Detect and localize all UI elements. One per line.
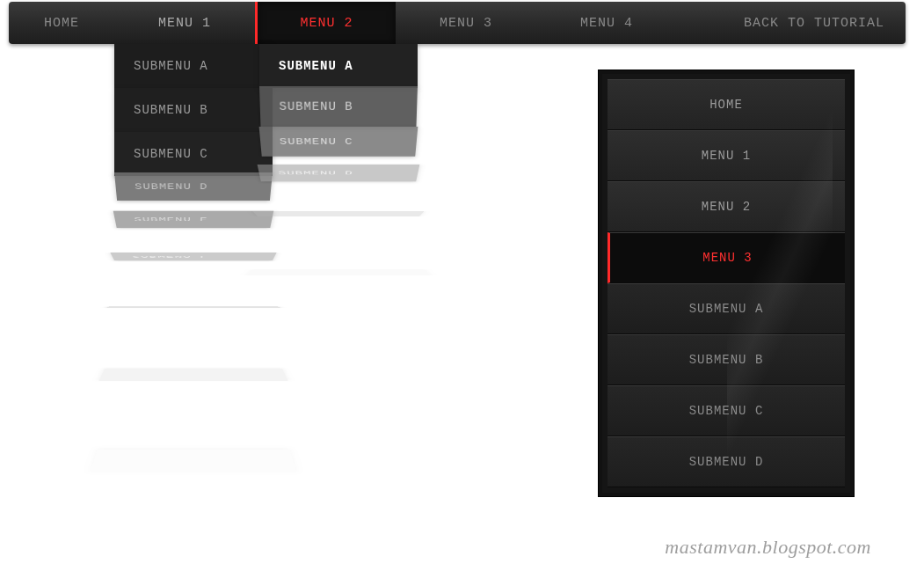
submenu-item[interactable]: SUBMENU A	[114, 44, 273, 88]
nav-menu-1[interactable]: MENU 1 SUBMENU A SUBMENU B SUBMENU C SUB…	[114, 2, 255, 44]
submenu-item[interactable]: SUBMENU B	[259, 86, 418, 127]
submenu-item-hover[interactable]: SUBMENU A	[259, 44, 418, 88]
submenu-item[interactable]: SUBMENU B	[114, 88, 273, 132]
nav-menu-1-label: MENU 1	[158, 16, 211, 31]
submenu-item[interactable]: SUBMENU C	[114, 132, 273, 176]
submenu-item-folded	[246, 270, 431, 275]
dropdown-menu-2: SUBMENU A SUBMENU B SUBMENU C SUBMENU D	[259, 44, 418, 306]
mobile-submenu-item[interactable]: SUBMENU C	[608, 385, 845, 436]
submenu-item-folded	[105, 306, 281, 308]
mobile-nav-menu-3[interactable]: MENU 3	[608, 232, 845, 283]
submenu-item[interactable]: SUBMENU D	[258, 165, 420, 182]
submenu-item[interactable]: SUBMENU E	[113, 211, 274, 228]
submenu-item[interactable]: SUBMENU C	[259, 127, 418, 157]
mobile-submenu-item[interactable]: SUBMENU A	[608, 283, 845, 334]
submenu-item-folded	[98, 369, 287, 381]
submenu-item[interactable]: SUBMENU D	[114, 172, 273, 201]
mobile-submenu-item[interactable]: SUBMENU D	[608, 436, 845, 487]
mobile-nav-menu-2[interactable]: MENU 2	[608, 181, 845, 232]
credit-text: mastamvan.blogspot.com	[665, 536, 871, 559]
mobile-nav-preview: HOME MENU 1 MENU 2 MENU 3 SUBMENU A SUBM…	[599, 70, 854, 496]
submenu-item-folded	[253, 211, 425, 216]
submenu-item[interactable]: SUBMENU F	[110, 253, 276, 260]
submenu-item-folded	[91, 450, 296, 472]
nav-menu-4[interactable]: MENU 4	[536, 2, 677, 44]
nav-menu-2-label: MENU 2	[300, 16, 353, 31]
nav-home[interactable]: HOME	[9, 2, 114, 44]
dropdown-menu-1: SUBMENU A SUBMENU B SUBMENU C SUBMENU D …	[114, 44, 273, 436]
top-nav: HOME MENU 1 SUBMENU A SUBMENU B SUBMENU …	[9, 2, 906, 44]
nav-back-to-tutorial[interactable]: BACK TO TUTORIAL	[677, 2, 906, 44]
nav-menu-2[interactable]: MENU 2 SUBMENU A SUBMENU B SUBMENU C SUB…	[255, 2, 396, 44]
nav-menu-3[interactable]: MENU 3	[396, 2, 536, 44]
mobile-nav-home[interactable]: HOME	[608, 79, 845, 130]
mobile-nav-menu-1[interactable]: MENU 1	[608, 130, 845, 181]
mobile-submenu-item[interactable]: SUBMENU B	[608, 334, 845, 385]
